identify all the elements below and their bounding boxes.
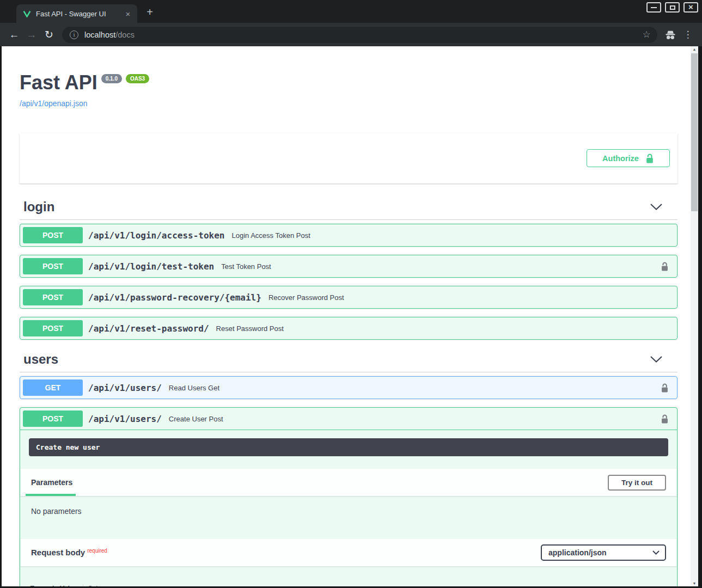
authorize-label: Authorize [602,154,639,163]
tag-header-login[interactable]: login [20,195,677,220]
close-button[interactable]: × [683,2,698,13]
request-body-header: Request bodyrequired application/json [20,539,677,566]
scheme-container: Authorize [20,133,677,183]
method-badge: POST [23,258,83,274]
oas3-badge: OAS3 [126,74,149,83]
operation-summary[interactable]: POST /api/v1/users/ Create User Post [20,408,677,430]
bookmark-star-icon[interactable]: ☆ [639,27,654,42]
operation-markdown-description: Create new user [29,438,668,456]
operation-description: Recover Password Post [268,293,344,302]
titlebar: Fast API - Swagger UI × + × [0,0,702,23]
try-it-out-button[interactable]: Try it out [608,475,666,491]
maximize-icon [670,5,675,10]
unlocked-padlock-icon [661,383,669,393]
model-example: Example Value Schema { [20,566,677,586]
opblock-password-recovery: POST /api/v1/password-recovery/{email} R… [20,286,677,309]
page-scrollbar[interactable]: ▲ ▼ [691,46,698,586]
close-icon: × [688,3,693,11]
method-badge: POST [23,227,83,243]
address-bar[interactable]: i localhost/docs ☆ [62,27,657,43]
maximize-button[interactable] [665,2,680,13]
method-badge: POST [23,289,83,305]
chevron-down-icon[interactable] [650,204,662,210]
api-info: Fast API 0.1.0 OAS3 /api/v1/openapi.json [20,72,677,108]
content-type-value: application/json [548,548,607,557]
openapi-spec-link[interactable]: /api/v1/openapi.json [20,99,88,108]
browser-tab[interactable]: Fast API - Swagger UI × [16,4,137,23]
authorize-button[interactable]: Authorize [587,149,670,167]
version-badge: 0.1.0 [101,74,122,83]
model-tabs: Example Value Schema [29,584,668,586]
request-body-label: Request body [31,548,85,557]
unlocked-padlock-icon [661,414,669,424]
reload-button[interactable]: ↻ [40,26,58,44]
operation-path: /api/v1/login/test-token [88,261,214,272]
tag-title: login [23,199,54,215]
active-tab-underline [26,494,76,496]
operation-description: Login Access Token Post [231,231,310,240]
operation-summary[interactable]: POST /api/v1/password-recovery/{email} R… [20,286,677,308]
parameters-header: Parameters Try it out [20,469,677,496]
operation-path: /api/v1/reset-password/ [88,323,209,334]
opblock-reset-password: POST /api/v1/reset-password/ Reset Passw… [20,317,677,340]
opblock-create-user: POST /api/v1/users/ Create User Post [20,407,677,586]
site-info-icon[interactable]: i [70,30,78,39]
tag-section-login: login POST /api/v1/login/access-token Lo… [20,195,677,340]
method-badge: POST [23,411,83,427]
operation-body: Create new user Parameters Try it out No… [20,438,677,586]
auth-lock-button[interactable] [661,261,669,272]
opblock-login-access-token: POST /api/v1/login/access-token Login Ac… [20,224,677,247]
forward-button[interactable]: → [23,26,40,44]
parameters-tab[interactable]: Parameters [31,478,72,487]
tab-divider [83,584,83,586]
operation-summary[interactable]: GET /api/v1/users/ Read Users Get [20,377,677,399]
operation-summary[interactable]: POST /api/v1/reset-password/ Reset Passw… [20,317,677,339]
tab-close-icon[interactable]: × [123,9,133,19]
example-value-tab[interactable]: Example Value [30,585,78,587]
content-type-select[interactable]: application/json [541,544,666,561]
operation-path: /api/v1/password-recovery/{email} [88,292,261,303]
url-text: localhost/docs [84,30,639,39]
page-favicon-icon [23,10,31,17]
scroll-down-icon[interactable]: ▼ [691,581,698,585]
browser-toolbar: ← → ↻ i localhost/docs ☆ ⋮ [0,23,702,46]
browser-window: Fast API - Swagger UI × + × ← → ↻ i loca… [0,0,702,588]
tag-header-users[interactable]: users [20,348,677,372]
scrollbar-thumb[interactable] [691,53,698,211]
new-tab-button[interactable]: + [143,5,157,19]
minimize-icon [651,7,657,8]
operation-description: Create User Post [169,415,223,423]
operation-path: /api/v1/login/access-token [88,230,224,241]
browser-menu-icon[interactable]: ⋮ [679,26,697,44]
unlocked-padlock-icon [645,153,654,164]
url-host: localhost [84,30,115,39]
request-body-title: Request bodyrequired [31,548,107,558]
incognito-icon [662,26,679,44]
window-body: Fast API 0.1.0 OAS3 /api/v1/openapi.json… [0,46,702,588]
minimize-button[interactable] [646,2,661,13]
no-parameters-text: No parameters [20,496,677,526]
tag-section-users: users GET /api/v1/users/ Read Users Get [20,348,677,586]
operation-summary[interactable]: POST /api/v1/login/test-token Test Token… [20,255,677,277]
unlocked-padlock-icon [661,261,669,272]
scroll-up-icon[interactable]: ▲ [691,47,698,51]
opblock-login-test-token: POST /api/v1/login/test-token Test Token… [20,255,677,278]
page-content: Fast API 0.1.0 OAS3 /api/v1/openapi.json… [2,46,691,586]
url-path: /docs [115,30,135,39]
auth-lock-button[interactable] [661,414,669,424]
operation-description: Reset Password Post [216,324,284,333]
schema-tab[interactable]: Schema [88,585,113,587]
method-badge: GET [23,379,83,396]
page-title: Fast API [20,72,97,94]
back-button[interactable]: ← [5,26,23,44]
auth-lock-button[interactable] [661,383,669,393]
tab-title: Fast API - Swagger UI [36,10,123,18]
operation-description: Test Token Post [221,262,271,271]
operation-summary[interactable]: POST /api/v1/login/access-token Login Ac… [20,224,677,246]
operation-path: /api/v1/users/ [88,414,162,424]
operation-description: Read Users Get [169,384,219,392]
opblock-read-users: GET /api/v1/users/ Read Users Get [20,376,677,399]
tag-title: users [23,352,58,367]
operation-path: /api/v1/users/ [88,383,162,393]
chevron-down-icon[interactable] [650,356,662,363]
